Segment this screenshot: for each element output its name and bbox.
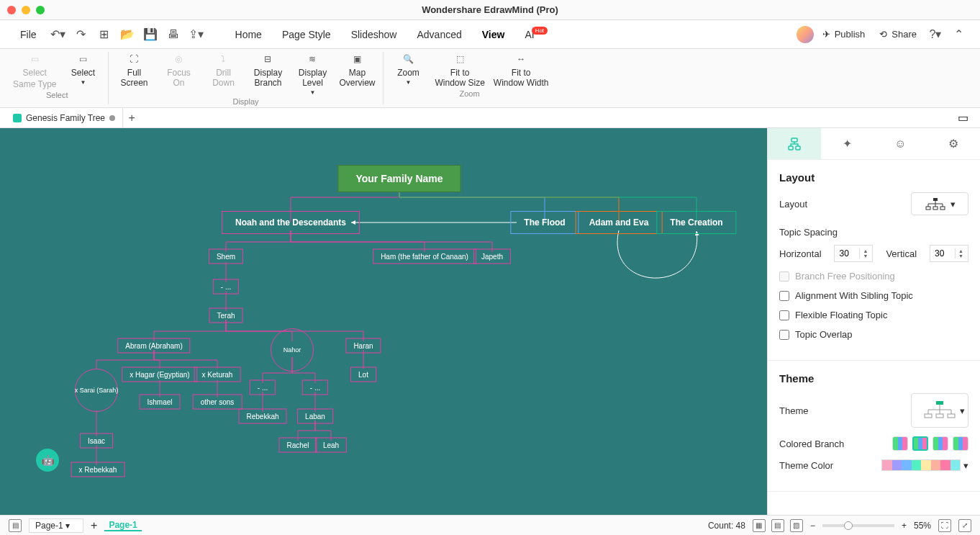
save-icon[interactable]: 💾 (140, 24, 160, 45)
node-dash1[interactable]: - ... (213, 279, 239, 295)
node-noah[interactable]: Noah and the Descendants (222, 211, 360, 234)
vertical-input[interactable] (930, 248, 955, 258)
node-lot[interactable]: Lot (350, 367, 376, 382)
redo-icon[interactable]: ↷ (71, 24, 91, 45)
help-icon[interactable]: ?▾ (925, 24, 945, 45)
fullscreen-status-icon[interactable]: ⤢ (958, 519, 971, 532)
panel-tab-layout[interactable] (768, 128, 821, 159)
panel-tab-emoji[interactable]: ☺ (874, 128, 927, 159)
menu-ai[interactable]: AIHot (516, 24, 559, 45)
document-tab[interactable]: Genesis Family Tree (6, 108, 123, 127)
view-mode-2-icon[interactable]: ▤ (771, 519, 784, 532)
node-shem[interactable]: Shem (209, 249, 243, 264)
node-xrebekkah[interactable]: x Rebekkah (71, 462, 125, 477)
publish-button[interactable]: ✈Publish (817, 26, 871, 42)
horizontal-input[interactable] (835, 248, 859, 258)
zoom-in-button[interactable]: + (902, 521, 907, 531)
collapse-ribbon-icon[interactable]: ⌃ (948, 24, 968, 45)
page-selector[interactable]: Page-1 ▾ (29, 518, 83, 533)
topic-overlap-checkbox[interactable] (779, 330, 789, 340)
node-adam[interactable]: Adam and Eva (576, 211, 663, 234)
theme-picker[interactable]: ▾ (911, 393, 968, 428)
menu-view[interactable]: View (473, 24, 514, 45)
fit-window-width-button[interactable]: ↔ Fit to Window Width (494, 52, 549, 88)
full-screen-button[interactable]: ⛶ Full Screen (116, 52, 152, 96)
maximize-window[interactable] (36, 6, 45, 14)
node-rachel[interactable]: Rachel (278, 438, 317, 453)
zoom-button[interactable]: 🔍 Zoom▼ (391, 52, 427, 88)
undo-icon[interactable]: ↶▾ (48, 24, 68, 45)
select-button[interactable]: ▭ Select ▼ (65, 52, 101, 89)
print-icon[interactable]: 🖶 (163, 24, 183, 45)
menu-advanced[interactable]: Advanced (408, 24, 470, 45)
fit-screen-icon[interactable]: ⛶ (938, 519, 951, 532)
add-page-button[interactable]: + (91, 519, 97, 532)
fullscreen-icon: ⛶ (130, 52, 138, 66)
node-creation[interactable]: The Creation (656, 211, 736, 234)
flex-float-checkbox[interactable] (779, 310, 789, 320)
node-laban[interactable]: Laban (297, 409, 333, 424)
node-keturah[interactable]: x Keturah (194, 367, 241, 382)
app-title: Wondershare EdrawMind (Pro) (422, 4, 558, 15)
node-ishmael[interactable]: Ishmael (139, 395, 180, 410)
menu-slideshow[interactable]: Slideshow (342, 24, 406, 45)
zoom-level: 55% (914, 521, 931, 531)
branch-swatch-1[interactable] (892, 436, 908, 451)
node-leah[interactable]: Leah (315, 438, 347, 453)
menu-file[interactable]: File (12, 24, 45, 45)
zoom-slider[interactable] (822, 524, 894, 527)
node-hagar[interactable]: x Hagar (Egyptian) (122, 367, 197, 382)
v-spin-down[interactable]: ▼ (958, 253, 963, 258)
node-dash3[interactable]: - ... (302, 380, 328, 395)
branch-swatch-4[interactable] (953, 436, 968, 451)
node-flood[interactable]: The Flood (510, 211, 579, 234)
node-dash2[interactable]: - ... (250, 380, 276, 395)
map-overview-button[interactable]: ▣ Map Overview (339, 52, 375, 96)
menu-home[interactable]: Home (227, 24, 271, 45)
node-rebekkah[interactable]: Rebekkah (238, 409, 286, 424)
v-spin-up[interactable]: ▲ (958, 248, 963, 253)
close-window[interactable] (7, 6, 16, 14)
menu-page-style[interactable]: Page Style (273, 24, 340, 45)
panel-toggle-icon[interactable]: ▭ (952, 111, 974, 125)
new-doc-icon[interactable]: ⊞ (94, 24, 114, 45)
layout-picker[interactable]: ▾ (911, 192, 968, 215)
add-tab-button[interactable]: + (123, 112, 140, 125)
view-mode-3-icon[interactable]: ▧ (790, 519, 803, 532)
theme-color-picker[interactable] (881, 459, 961, 471)
fit-window-size-button[interactable]: ⬚ Fit to Window Size (435, 52, 485, 88)
open-icon[interactable]: 📂 (117, 24, 137, 45)
h-spin-up[interactable]: ▲ (863, 248, 868, 253)
panel-tab-settings[interactable]: ⚙ (927, 128, 980, 159)
share-button[interactable]: ⟲Share (874, 26, 922, 42)
node-haran[interactable]: Haran (345, 338, 381, 354)
h-spin-down[interactable]: ▼ (863, 253, 868, 258)
node-root[interactable]: Your Family Name (337, 165, 460, 192)
unsaved-indicator (109, 115, 115, 121)
zoom-out-button[interactable]: − (810, 521, 815, 531)
panel-heading-theme: Theme (779, 372, 968, 385)
branch-swatch-3[interactable] (933, 436, 948, 451)
user-avatar[interactable] (797, 26, 814, 43)
theme-color-label: Theme Color (779, 460, 833, 471)
active-page-tab[interactable]: Page-1 (104, 520, 141, 531)
ai-assistant-bubble[interactable]: 🤖 (36, 449, 59, 472)
export-icon[interactable]: ⇪▾ (186, 24, 207, 45)
view-mode-1-icon[interactable]: ▦ (753, 519, 766, 532)
node-othersons[interactable]: other sons (193, 395, 242, 410)
canvas[interactable]: Your Family Name Noah and the Descendant… (0, 128, 767, 515)
node-sarai[interactable]: x Sarai (Sarah) (75, 369, 118, 412)
minimize-window[interactable] (22, 6, 30, 14)
node-terah[interactable]: Terah (209, 308, 242, 323)
node-ham[interactable]: Ham (the father of Canaan) (373, 249, 476, 264)
align-sibling-checkbox[interactable] (779, 291, 789, 301)
node-abram[interactable]: Abram (Abraham) (117, 338, 190, 354)
outline-toggle-icon[interactable]: ▤ (9, 519, 22, 532)
node-isaac[interactable]: Isaac (80, 433, 113, 449)
display-level-button[interactable]: ≋ Display Level▼ (294, 52, 330, 96)
branch-swatch-2[interactable] (912, 436, 928, 451)
panel-tab-style[interactable]: ✦ (821, 128, 874, 159)
node-nahor[interactable]: Nahor (271, 328, 314, 372)
node-japeth[interactable]: Japeth (473, 249, 511, 264)
display-branch-button[interactable]: ⊟ Display Branch (250, 52, 286, 96)
